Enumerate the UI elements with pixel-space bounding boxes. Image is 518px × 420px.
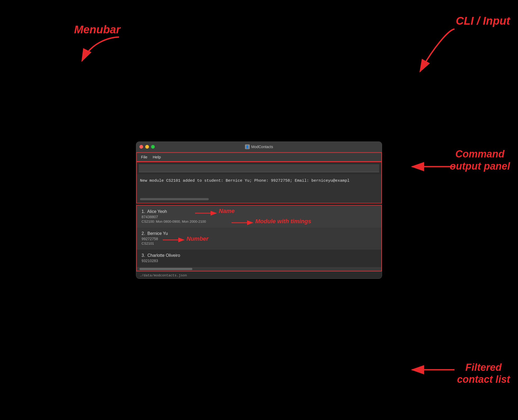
minimize-button[interactable] [145, 145, 149, 149]
contact-list-section: 1. Alice Yeoh Name 87438807 [136, 205, 382, 271]
annotation-menubar: Menubar [74, 23, 120, 36]
main-window: 👤 ModContacts File Help New module CS210… [136, 141, 382, 279]
contact-item-2[interactable]: 2. Bernice Yu 99272758 [137, 227, 381, 249]
app-title: ModContacts [251, 145, 273, 149]
traffic-lights [139, 145, 155, 149]
statusbar: ./data/modcontacts.json [136, 271, 382, 279]
contact-module-1: CS2100: Mon 0800-0900, Mon 2000-2100 Mod… [142, 220, 376, 223]
label-number: Number [187, 235, 208, 242]
label-name: Name [219, 208, 235, 214]
arrow-filtered [407, 362, 460, 378]
app-icon: 👤 [245, 144, 250, 149]
cli-input[interactable] [139, 164, 379, 172]
contact-list[interactable]: 1. Alice Yeoh Name 87438807 [137, 206, 381, 267]
output-text: New module CS2101 added to student: Bern… [140, 178, 378, 184]
contact-phone-3: 93210283 [142, 259, 376, 263]
annotation-command-output: Commandoutput panel [450, 148, 510, 172]
arrow-cli [386, 26, 465, 79]
list-footer [137, 267, 381, 271]
titlebar: 👤 ModContacts [136, 142, 382, 152]
statusbar-text: ./data/modcontacts.json [139, 273, 187, 277]
annotation-cli: CLI / Input [456, 15, 510, 27]
output-panel: New module CS2101 added to student: Bern… [136, 174, 382, 203]
arrow-command-output [407, 159, 460, 175]
menu-file[interactable]: File [139, 154, 149, 160]
label-module-timing: Module with timings [255, 218, 311, 225]
contact-item-1[interactable]: 1. Alice Yeoh Name 87438807 [137, 206, 381, 227]
annotation-filtered: Filteredcontact list [457, 362, 510, 386]
contact-name-2: 2. Bernice Yu [142, 231, 376, 236]
titlebar-title: 👤 ModContacts [245, 144, 273, 149]
output-scrollbar[interactable] [140, 198, 209, 200]
menu-help[interactable]: Help [151, 154, 163, 160]
maximize-button[interactable] [151, 145, 155, 149]
contact-name-1: 1. Alice Yeoh Name [142, 209, 376, 214]
list-scrollbar-thumb[interactable] [139, 268, 192, 270]
contact-phone-2: 99272758 Number [142, 237, 376, 241]
contact-item-3[interactable]: 3. Charlotte Oliveiro 93210283 [137, 249, 381, 267]
close-button[interactable] [139, 145, 143, 149]
arrow-menubar [66, 34, 132, 66]
menubar: File Help [136, 152, 382, 162]
contact-name-3: 3. Charlotte Oliveiro [142, 253, 376, 258]
cli-section [136, 162, 382, 174]
